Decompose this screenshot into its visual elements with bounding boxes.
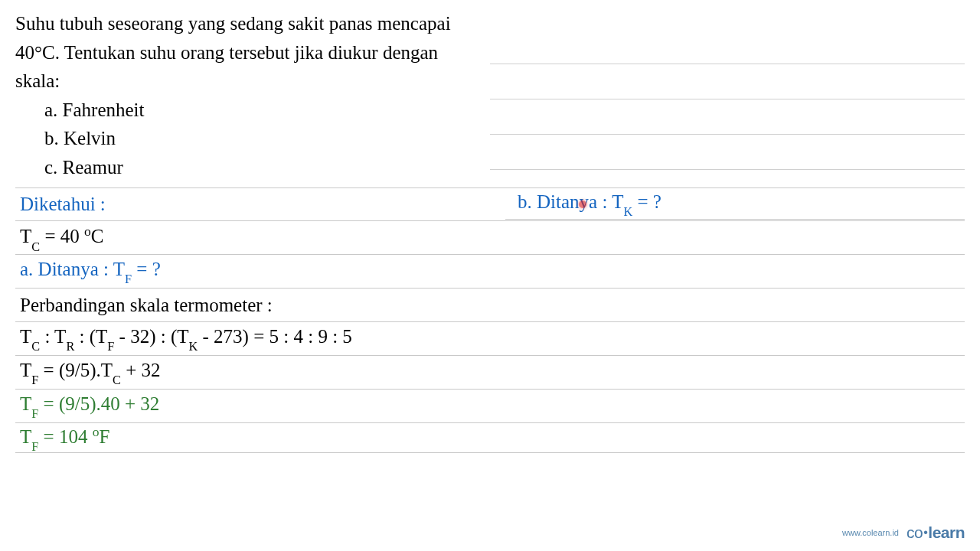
diketahui-label: Diketahui : (20, 194, 106, 215)
decorative-lines-top-right (490, 29, 965, 170)
question-prompt: Suhu tubuh seseorang yang sedang sakit p… (15, 9, 459, 96)
footer-logo: co•learn (906, 523, 965, 542)
footer: www.colearn.id co•learn (842, 523, 965, 542)
tf-result: TF = 104 oF (20, 424, 109, 452)
pointer-marker (579, 201, 586, 208)
tf-calculation: TF = (9/5).40 + 32 (20, 393, 159, 419)
ratio-equation: TC : TR : (TF - 32) : (TK - 273) = 5 : 4… (20, 326, 352, 351)
a-ditanya-line: a. Ditanya : TF = ? (20, 259, 161, 284)
b-ditanya-line: b. Ditanya : TK = ? (518, 191, 662, 217)
ratio-label: Perbandingan skala termometer : (20, 295, 273, 316)
tc-value-line: TC = 40 oC (20, 223, 103, 251)
tf-formula: TF = (9/5).TC + 32 (20, 360, 161, 385)
footer-url: www.colearn.id (842, 528, 899, 537)
